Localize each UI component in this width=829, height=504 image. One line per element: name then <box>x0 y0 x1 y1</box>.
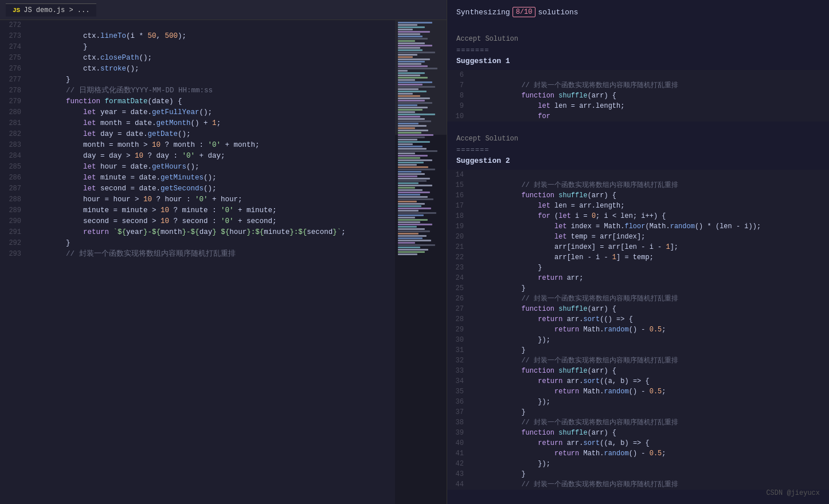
line-numbers: 272 273 274 275 276 277 278 279 280 281 … <box>0 20 26 504</box>
s-code-content-1: // 封装一个函数实现将数组内容顺序随机打乱重排 function shuffl… <box>467 70 829 122</box>
suggestion-2-title: Suggestion 2 <box>447 155 829 170</box>
accept-solution-1-label: Accept Solution <box>447 33 829 45</box>
s-code-line-14: // 封装一个函数实现将数组内容顺序随机打乱重排 <box>472 170 829 180</box>
suggestion-1-title: Suggestion 1 <box>447 56 829 70</box>
spacer-line-2 <box>447 22 829 33</box>
code-line-292: // 封装一个函数实现将数组内容顺序随机打乱重排 <box>32 238 395 249</box>
suggestion-2-code: 14 15 16 17 18 19 20 21 22 23 24 25 26 2… <box>447 170 829 490</box>
editor-tab[interactable]: JS JS demo.js > ... <box>6 3 96 17</box>
suggestion-2-block: Accept Solution ======= Suggestion 2 14 … <box>447 132 829 490</box>
code-content[interactable]: ctx.lineTo(i * 50, 500); } ctx.closePath… <box>26 20 395 504</box>
s-code-content-2: // 封装一个函数实现将数组内容顺序随机打乱重排 function shuffl… <box>467 170 829 490</box>
synthesizing-header: Synthesizing 8/10 solutions <box>447 0 829 22</box>
suggestions-panel[interactable]: Synthesizing 8/10 solutions Accept Solut… <box>447 0 829 504</box>
synthesizing-prefix: Synthesizing <box>456 8 510 17</box>
suggestion-1-block: Accept Solution ======= Suggestion 1 6 7… <box>447 33 829 122</box>
synthesizing-suffix: solutions <box>538 8 578 17</box>
s-code-line-6: // 封装一个函数实现将数组内容顺序随机打乱重排 <box>472 70 829 80</box>
s-line-numbers-2: 14 15 16 17 18 19 20 21 22 23 24 25 26 2… <box>447 170 467 490</box>
minimap[interactable] <box>395 20 447 504</box>
code-area: 272 273 274 275 276 277 278 279 280 281 … <box>0 20 447 504</box>
s-line-numbers-1: 6 7 8 9 10 <box>447 70 467 122</box>
minimap-content <box>395 20 447 504</box>
suggestion-1-code: 6 7 8 9 10 // 封装一个函数实现将数组内容顺序随机打乱重排 func… <box>447 70 829 122</box>
js-file-icon: JS <box>13 7 20 14</box>
csdn-watermark: CSDN @jieyucx <box>766 489 820 497</box>
separator-2: ======= <box>447 145 829 155</box>
code-line-277: // 日期格式化函数YYYY-MM-DD HH:mm:ss <box>32 75 395 85</box>
spacer-line-11 <box>447 122 829 132</box>
separator-1: ======= <box>447 45 829 56</box>
tab-label: JS demo.js > ... <box>24 6 89 14</box>
s-code-area-2: 14 15 16 17 18 19 20 21 22 23 24 25 26 2… <box>447 170 829 490</box>
editor-panel: JS JS demo.js > ... 272 273 274 275 276 … <box>0 0 447 504</box>
accept-solution-2-label: Accept Solution <box>447 132 829 145</box>
tab-bar: JS JS demo.js > ... <box>0 0 447 20</box>
synthesizing-badge: 8/10 <box>513 7 536 17</box>
s-code-area-1: 6 7 8 9 10 // 封装一个函数实现将数组内容顺序随机打乱重排 func… <box>447 70 829 122</box>
code-line-272: ctx.lineTo(i * 50, 500); <box>32 20 395 31</box>
